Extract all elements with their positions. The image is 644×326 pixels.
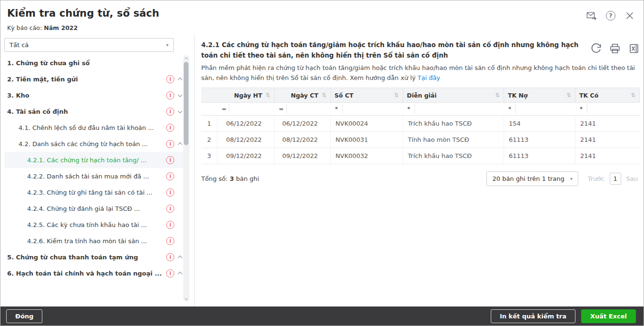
filter-cell[interactable]: * xyxy=(504,103,575,115)
filter-operator[interactable]: * xyxy=(407,106,415,112)
filter-cell[interactable]: * xyxy=(575,103,640,115)
sidebar-item[interactable]: 4.2.1. Các chứng từ hạch toán tăng/ ...i xyxy=(4,152,185,168)
next-page-button[interactable]: Sau xyxy=(626,175,638,182)
export-excel-icon[interactable] xyxy=(628,43,640,54)
column-header[interactable]: Số CT⇅ xyxy=(331,88,403,102)
info-icon[interactable]: i xyxy=(166,221,174,229)
sidebar-item[interactable]: 1. Chứng từ chưa ghi sổ xyxy=(4,55,185,71)
sidebar-item[interactable]: 3. Khoi xyxy=(4,87,185,103)
filter-cell[interactable]: * xyxy=(331,103,403,115)
section-header: 4.2.1 Các chứng từ hạch toán tăng/giảm h… xyxy=(201,40,640,60)
info-icon[interactable]: i xyxy=(166,205,174,213)
sidebar-item-label: 2. Tiền mặt, tiền gửi xyxy=(7,76,81,83)
filter-operator[interactable]: = xyxy=(279,106,286,112)
table-cell: 154 xyxy=(504,116,575,131)
help-icon[interactable]: ? xyxy=(605,10,616,21)
sidebar-item[interactable]: 5. Chứng từ chưa thanh toán tạm ứngi xyxy=(4,249,185,265)
table-row[interactable]: 309/12/202209/12/2022NVK00032Trích khấu … xyxy=(201,148,640,164)
column-header[interactable]: TK Nợ⇅ xyxy=(504,88,575,102)
sort-icon[interactable]: ⇅ xyxy=(566,92,571,99)
table-cell: 2141 xyxy=(575,148,640,164)
filter-operator[interactable]: * xyxy=(508,106,515,112)
info-icon[interactable]: i xyxy=(166,237,174,245)
info-icon[interactable]: i xyxy=(166,108,174,116)
scroll-down-icon[interactable] xyxy=(183,296,189,302)
current-page-input[interactable]: 1 xyxy=(610,173,621,185)
column-header[interactable]: Ngày HT⇅ xyxy=(218,88,275,102)
filter-operator[interactable]: = xyxy=(222,106,229,112)
table-cell: 08/12/2022 xyxy=(218,132,275,148)
info-icon[interactable]: i xyxy=(166,124,174,132)
filter-cell[interactable]: = xyxy=(218,103,275,115)
close-icon[interactable] xyxy=(624,10,635,21)
export-excel-button[interactable]: Xuất Excel xyxy=(581,309,636,323)
sidebar-item[interactable]: 6. Hạch toán tài chính và hạch toán ngoạ… xyxy=(4,265,185,281)
info-icon[interactable]: i xyxy=(166,269,174,277)
table-cell: NVK00024 xyxy=(331,116,403,131)
chevron-down-icon[interactable] xyxy=(178,109,183,113)
scroll-up-icon[interactable] xyxy=(183,55,189,61)
column-header[interactable]: Ngày CT⇅ xyxy=(275,88,331,102)
table-cell: 08/12/2022 xyxy=(275,132,331,148)
column-header-index xyxy=(201,88,218,102)
prev-page-button[interactable]: Trước xyxy=(588,175,604,182)
sidebar-item[interactable]: 4.1. Chênh lệch số dư đầu năm tài khoản … xyxy=(4,119,185,136)
chevron-up-icon[interactable] xyxy=(178,77,183,82)
print-icon[interactable] xyxy=(609,43,621,54)
table-row[interactable]: 106/12/202206/12/2022NVK00024Trích khấu … xyxy=(201,116,640,132)
info-icon[interactable]: i xyxy=(166,188,174,197)
refresh-icon[interactable] xyxy=(590,43,602,54)
sort-icon[interactable]: ⇅ xyxy=(495,92,500,99)
sidebar-item[interactable]: 4.2.2. Danh sách tài sản mua mới đã ...i xyxy=(4,168,185,184)
table-cell: 09/12/2022 xyxy=(218,148,275,164)
sidebar-item-label: 1. Chứng từ chưa ghi sổ xyxy=(7,59,92,67)
sidebar-item-label: 3. Kho xyxy=(7,92,32,99)
column-header[interactable]: TK Có⇅ xyxy=(575,88,640,102)
main-panel: 4.2.1 Các chứng từ hạch toán tăng/giảm h… xyxy=(195,34,644,306)
sidebar-item[interactable]: 4.2.5. Các kỳ chưa tính khấu hao tài ...… xyxy=(4,217,185,233)
info-icon[interactable]: i xyxy=(166,253,174,261)
filter-cell-empty xyxy=(201,103,218,115)
column-header[interactable]: Diễn giải⇅ xyxy=(403,88,504,102)
chevron-up-icon[interactable] xyxy=(178,142,183,147)
page-size-select[interactable]: 20 bản ghi trên 1 trang ▾ xyxy=(486,171,578,186)
sidebar-item[interactable]: 4.2. Danh sách các chứng từ hạch toán ..… xyxy=(4,136,185,152)
info-icon[interactable]: i xyxy=(166,156,174,164)
sidebar-scrollbar[interactable] xyxy=(183,55,189,302)
sort-icon[interactable]: ⇅ xyxy=(394,92,399,99)
sidebar-item-label: 4.2. Danh sách các chứng từ hạch toán ..… xyxy=(19,140,150,148)
filter-cell[interactable]: = xyxy=(275,103,331,115)
filter-operator[interactable]: * xyxy=(580,106,587,112)
sidebar-item-label: 4.2.1. Các chứng từ hạch toán tăng/ ... xyxy=(27,157,149,164)
table-row[interactable]: 208/12/202208/12/2022NVK00031Tính hao mò… xyxy=(201,132,640,148)
sidebar-item[interactable]: 4.2.6. Kiểm tra tính hao mòn tài sản ...… xyxy=(4,233,185,249)
help-link[interactable]: Tại đây xyxy=(417,74,440,81)
info-icon[interactable]: i xyxy=(166,91,174,99)
table-cell: 09/12/2022 xyxy=(275,148,331,164)
filter-operator[interactable]: * xyxy=(335,106,342,112)
sidebar-item[interactable]: 4. Tài sản cố địnhi xyxy=(4,103,185,119)
close-button[interactable]: Đóng xyxy=(6,309,42,323)
sidebar-item[interactable]: 4.2.4. Chứng từ đánh giá lại TSCĐ ...i xyxy=(4,200,185,217)
sort-icon[interactable]: ⇅ xyxy=(266,92,270,99)
scrollbar-thumb[interactable] xyxy=(184,62,188,145)
info-icon[interactable]: i xyxy=(166,75,174,83)
filter-cell[interactable]: * xyxy=(403,103,504,115)
send-feedback-icon[interactable] xyxy=(586,10,597,21)
category-filter-select[interactable]: Tất cả ▾ xyxy=(4,38,174,52)
sort-icon[interactable]: ⇅ xyxy=(631,92,635,99)
info-icon[interactable]: i xyxy=(166,140,174,148)
sidebar-item[interactable]: 2. Tiền mặt, tiền gửii xyxy=(4,71,185,87)
chevron-up-icon[interactable] xyxy=(178,271,183,276)
report-period-label: Kỳ báo cáo: xyxy=(7,24,42,31)
info-icon[interactable]: i xyxy=(166,172,174,180)
sidebar-item[interactable]: 4.2.3. Chứng từ ghi tăng tài sản có tài … xyxy=(4,184,185,200)
chevron-up-icon[interactable] xyxy=(178,255,183,260)
chevron-down-icon: ▾ xyxy=(166,42,168,48)
sort-icon[interactable]: ⇅ xyxy=(322,92,327,99)
report-period: Kỳ báo cáo: Năm 2022 xyxy=(7,24,637,31)
chevron-down-icon[interactable] xyxy=(178,92,183,97)
print-results-button[interactable]: In kết quả kiểm tra xyxy=(491,309,575,323)
table-cell: Trích khấu hao TSCĐ xyxy=(403,116,504,131)
section-actions xyxy=(590,40,640,60)
